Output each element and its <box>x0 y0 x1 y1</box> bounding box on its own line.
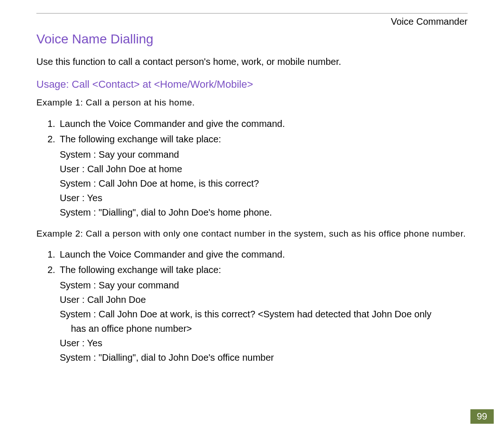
intro-text: Use this function to call a contact pers… <box>36 55 468 68</box>
example1-dialogue-line: System : "Dialling", dial to John Doe's … <box>60 205 468 220</box>
example1-dialogue-line: System : Call John Doe at home, is this … <box>60 176 468 191</box>
example2-heading: Example 2: Call a person with only one c… <box>36 227 468 240</box>
page-title: Voice Name Dialling <box>36 32 468 47</box>
example1-steps: Launch the Voice Commander and give the … <box>36 117 468 220</box>
example2-dialogue-line: System : Call John Doe at work, is this … <box>60 307 468 322</box>
example2-steps: Launch the Voice Commander and give the … <box>36 247 468 365</box>
example2-step2: The following exchange will take place: … <box>58 263 468 365</box>
example2-dialogue-line: User : Yes <box>60 336 468 350</box>
example2-dialogue-line: System : "Dialling", dial to John Doe's … <box>60 350 468 365</box>
header-divider <box>36 13 468 14</box>
page-number: 99 <box>470 409 494 424</box>
usage-heading: Usage: Call <Contact> at <Home/Work/Mobi… <box>36 78 468 91</box>
example1-dialogue-line: System : Say your command <box>60 147 468 162</box>
example2-dialogue-line: User : Call John Doe <box>60 293 468 307</box>
example2-dialogue: System : Say your command User : Call Jo… <box>60 278 468 365</box>
example1-step2-label: The following exchange will take place: <box>60 134 221 144</box>
example2-dialogue-line-wrap: has an office phone number> <box>60 322 468 336</box>
example1-dialogue-line: User : Yes <box>60 191 468 205</box>
header-section-label: Voice Commander <box>36 16 468 27</box>
example1-dialogue-line: User : Call John Doe at home <box>60 162 468 176</box>
example1-step2: The following exchange will take place: … <box>58 132 468 220</box>
example2-step2-label: The following exchange will take place: <box>60 265 221 275</box>
example1-step1: Launch the Voice Commander and give the … <box>58 117 468 131</box>
example1-heading: Example 1: Call a person at his home. <box>36 96 468 109</box>
example2-dialogue-line: System : Say your command <box>60 278 468 293</box>
example1-dialogue: System : Say your command User : Call Jo… <box>60 147 468 220</box>
example2-step1: Launch the Voice Commander and give the … <box>58 247 468 262</box>
